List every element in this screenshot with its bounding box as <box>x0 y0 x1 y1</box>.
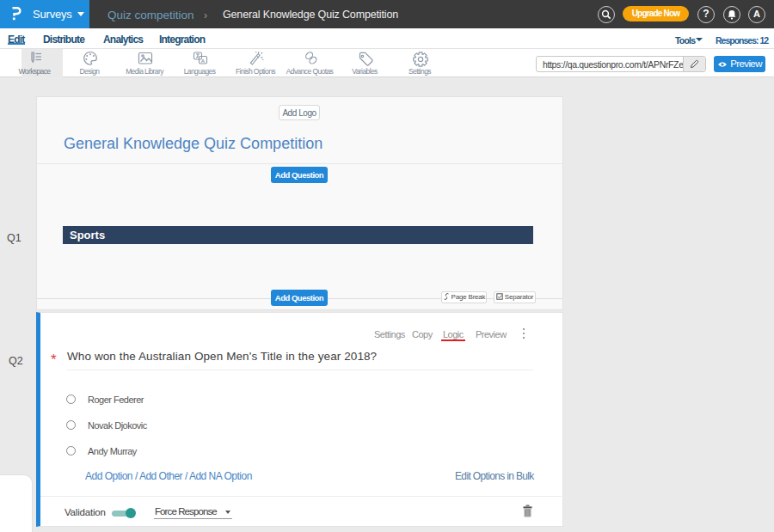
svg-text:A: A <box>201 58 206 64</box>
